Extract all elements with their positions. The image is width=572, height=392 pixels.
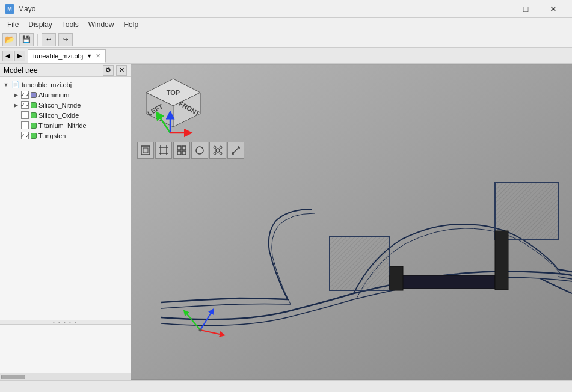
svg-line-44 bbox=[185, 312, 200, 330]
menu-window[interactable]: Window bbox=[84, 19, 119, 30]
toolbar: 📂 💾 ↩ ↪ bbox=[0, 31, 572, 48]
svg-point-36 bbox=[220, 146, 222, 149]
app-title: Mayo bbox=[18, 5, 35, 13]
tab-navigation: ◀ ▶ bbox=[2, 51, 25, 61]
tree-label-tungsten: Tungsten bbox=[38, 132, 66, 139]
svg-rect-18 bbox=[141, 146, 150, 155]
tree-root-item[interactable]: ▼ 📄 tuneable_mzi.obj bbox=[0, 79, 131, 90]
svg-rect-30 bbox=[182, 146, 186, 150]
toolbar-save[interactable]: 💾 bbox=[19, 33, 34, 46]
tree-checkbox-aluminium[interactable]: ✓ bbox=[21, 91, 29, 99]
toolbar-undo[interactable]: ↩ bbox=[42, 33, 56, 46]
tab-next-button[interactable]: ▶ bbox=[14, 51, 25, 61]
menu-display[interactable]: Display bbox=[23, 19, 57, 30]
svg-rect-31 bbox=[177, 151, 181, 155]
svg-point-38 bbox=[220, 152, 222, 155]
tree-color-tungsten bbox=[31, 133, 37, 139]
viewport[interactable]: TOP LEFT FRONT bbox=[131, 64, 572, 380]
doc-tab-active[interactable]: tuneable_mzi.obj ▼ ✕ bbox=[28, 49, 106, 63]
tree-item-aluminium[interactable]: ▶ ✓ Aluminium bbox=[0, 90, 131, 100]
minimize-button[interactable]: — bbox=[484, 0, 512, 18]
model-tree: ▼ 📄 tuneable_mzi.obj ▶ ✓ Aluminium ▶ ✓ S… bbox=[0, 77, 131, 320]
tree-root-label: tuneable_mzi.obj bbox=[22, 81, 72, 88]
svg-line-45 bbox=[200, 311, 212, 330]
svg-point-35 bbox=[214, 146, 216, 149]
menu-help[interactable]: Help bbox=[118, 19, 143, 30]
toolbar-redo[interactable]: ↪ bbox=[58, 33, 73, 46]
vp-measure-button[interactable] bbox=[227, 142, 244, 159]
tree-expander-titanium-nitride[interactable] bbox=[12, 122, 19, 129]
tree-checkbox-titanium-nitride[interactable] bbox=[21, 121, 29, 129]
sidebar-settings-button[interactable]: ⚙ bbox=[103, 65, 114, 76]
svg-point-47 bbox=[199, 329, 202, 332]
sidebar-bottom-panel bbox=[0, 325, 131, 373]
sidebar-close-button[interactable]: ✕ bbox=[116, 65, 127, 76]
tree-expander-silicon-nitride[interactable]: ▶ bbox=[12, 102, 19, 109]
tree-color-aluminium bbox=[31, 92, 37, 98]
tree-expander-aluminium[interactable]: ▶ bbox=[12, 91, 19, 99]
tree-item-silicon-oxide[interactable]: Silicon_Oxide bbox=[0, 110, 131, 120]
sidebar-scrollbar-thumb[interactable] bbox=[1, 375, 25, 379]
tree-expander-root[interactable]: ▼ bbox=[2, 81, 10, 88]
vp-solid-button[interactable] bbox=[191, 142, 208, 159]
svg-rect-29 bbox=[177, 146, 181, 150]
toolbar-open[interactable]: 📂 bbox=[2, 33, 17, 46]
maximize-button[interactable]: □ bbox=[512, 0, 540, 18]
svg-point-34 bbox=[216, 149, 220, 152]
tree-item-silicon-nitride[interactable]: ▶ ✓ Silicon_Nitride bbox=[0, 100, 131, 110]
vp-fit-all-button[interactable] bbox=[137, 142, 154, 159]
tree-expander-silicon-oxide[interactable] bbox=[12, 112, 19, 119]
svg-rect-7 bbox=[390, 266, 403, 290]
scene-axis-indicator bbox=[179, 300, 227, 344]
tree-label-silicon-nitride: Silicon_Nitride bbox=[38, 102, 81, 109]
svg-text:TOP: TOP bbox=[167, 89, 180, 96]
menu-bar: File Display Tools Window Help bbox=[0, 18, 572, 31]
svg-point-33 bbox=[196, 147, 203, 154]
svg-line-39 bbox=[232, 147, 239, 154]
tree-color-silicon-nitride bbox=[31, 102, 37, 108]
vp-grid-button[interactable] bbox=[173, 142, 190, 159]
tree-label-aluminium: Aluminium bbox=[38, 91, 69, 99]
doc-tab-filename: tuneable_mzi.obj bbox=[33, 52, 83, 60]
tree-label-titanium-nitride: Titanium_Nitride bbox=[38, 122, 87, 129]
menu-tools[interactable]: Tools bbox=[57, 19, 84, 30]
window-controls: — □ ✕ bbox=[484, 0, 567, 18]
tree-color-silicon-oxide bbox=[31, 112, 37, 118]
status-bar bbox=[0, 380, 572, 392]
doc-tab-bar: ◀ ▶ tuneable_mzi.obj ▼ ✕ bbox=[0, 48, 572, 64]
vp-explode-button[interactable] bbox=[209, 142, 226, 159]
svg-rect-4 bbox=[330, 236, 390, 290]
menu-file[interactable]: File bbox=[2, 19, 23, 30]
main-layout: Model tree ⚙ ✕ ▼ 📄 tuneable_mzi.obj ▶ ✓ … bbox=[0, 64, 572, 380]
doc-tab-dropdown-icon[interactable]: ▼ bbox=[87, 53, 92, 59]
svg-rect-19 bbox=[143, 148, 148, 153]
sidebar-title: Model tree bbox=[4, 66, 38, 75]
orientation-cube[interactable]: TOP LEFT FRONT bbox=[137, 70, 209, 142]
svg-rect-20 bbox=[161, 147, 167, 153]
app-icon: M bbox=[5, 4, 14, 14]
tree-checkbox-tungsten[interactable]: ✓ bbox=[21, 132, 29, 139]
svg-rect-32 bbox=[182, 151, 186, 155]
sidebar: Model tree ⚙ ✕ ▼ 📄 tuneable_mzi.obj ▶ ✓ … bbox=[0, 64, 131, 380]
viewport-toolbar bbox=[137, 142, 244, 159]
tab-prev-button[interactable]: ◀ bbox=[2, 51, 13, 61]
svg-rect-6 bbox=[390, 275, 495, 289]
svg-point-37 bbox=[214, 152, 216, 155]
folder-icon: 📄 bbox=[11, 81, 20, 88]
sidebar-scrollbar-h[interactable] bbox=[0, 373, 131, 380]
sidebar-header: Model tree ⚙ ✕ bbox=[0, 64, 131, 77]
tree-checkbox-silicon-oxide[interactable] bbox=[21, 111, 29, 119]
sidebar-divider[interactable]: • • • • • bbox=[0, 320, 131, 325]
tree-checkbox-silicon-nitride[interactable]: ✓ bbox=[21, 101, 29, 109]
doc-tab-close-icon[interactable]: ✕ bbox=[96, 52, 100, 59]
title-bar: M Mayo — □ ✕ bbox=[0, 0, 572, 18]
tree-expander-tungsten[interactable] bbox=[12, 132, 19, 139]
tree-item-titanium-nitride[interactable]: Titanium_Nitride bbox=[0, 120, 131, 130]
svg-rect-8 bbox=[495, 231, 508, 290]
svg-line-46 bbox=[200, 330, 223, 335]
tree-color-titanium-nitride bbox=[31, 123, 37, 129]
vp-fit-selection-button[interactable] bbox=[155, 142, 172, 159]
tree-item-tungsten[interactable]: ✓ Tungsten bbox=[0, 130, 131, 141]
close-button[interactable]: ✕ bbox=[540, 0, 567, 18]
tree-label-silicon-oxide: Silicon_Oxide bbox=[38, 112, 79, 119]
